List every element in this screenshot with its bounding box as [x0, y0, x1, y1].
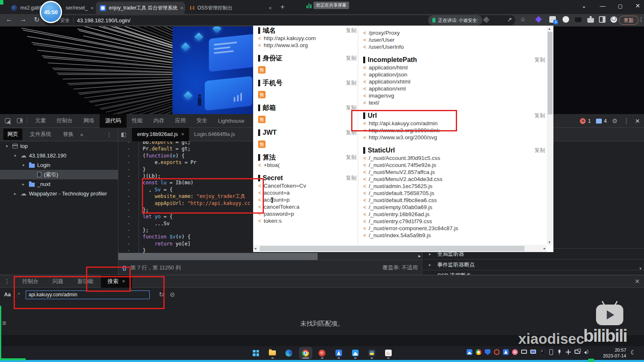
- copy-button[interactable]: 复制: [534, 147, 545, 154]
- scrollbar-thumb[interactable]: [260, 246, 524, 251]
- display2-tray-icon[interactable]: [530, 350, 536, 354]
- extracted-item[interactable]: <image/svg: [363, 92, 545, 99]
- extracted-item[interactable]: </_nuxt/admin.1ec75625.js: [363, 183, 545, 190]
- chrome-taskbar-icon[interactable]: [299, 347, 312, 359]
- debugger-section[interactable]: ▸CSP 违规断点: [422, 270, 644, 275]
- devtools-tab[interactable]: 应用: [170, 114, 191, 128]
- popup-horizontal-scrollbar[interactable]: ◂ ▸: [253, 245, 547, 252]
- copy-button[interactable]: 复制: [346, 174, 357, 182]
- snail-taskbar-icon[interactable]: [316, 347, 329, 359]
- clear-search-icon[interactable]: ⊘: [170, 291, 175, 298]
- drawer-menu-icon[interactable]: ⋮: [4, 278, 10, 285]
- explorer-taskbar-icon[interactable]: [266, 347, 279, 359]
- crosshair-tray-icon[interactable]: [565, 349, 571, 355]
- tree-item[interactable]: ▾☁43.198.182.190: [0, 151, 118, 160]
- devtools-tab[interactable]: Lighthouse: [213, 114, 250, 128]
- devtools-tab[interactable]: 网络: [78, 114, 100, 128]
- devtools-menu-icon[interactable]: ⋮: [623, 117, 630, 125]
- forward-button[interactable]: →: [20, 16, 26, 23]
- editor-tab-close-icon[interactable]: ×: [181, 131, 184, 137]
- copy-button[interactable]: 复制: [346, 154, 357, 161]
- navigator-divider[interactable]: [118, 128, 118, 275]
- copy-button[interactable]: 复制: [346, 55, 357, 62]
- copy-button[interactable]: 复制: [534, 56, 545, 64]
- expander-icon[interactable]: ▸: [429, 262, 433, 267]
- extracted-item[interactable]: </_nuxt/MenuV2.857affca.js: [363, 169, 545, 176]
- flower-tray-icon[interactable]: [512, 349, 518, 355]
- tab1-close-icon[interactable]: ×: [91, 5, 94, 11]
- microphone-tray-icon[interactable]: [556, 349, 562, 355]
- sources-nav-tab-overrides[interactable]: 替换: [59, 129, 78, 140]
- extracted-item[interactable]: <application/json: [363, 71, 545, 78]
- navigation-taskbar-icon[interactable]: [332, 347, 345, 359]
- devtools-tab[interactable]: 元素: [30, 114, 51, 128]
- browser-menu-chevron-icon[interactable]: ⌄: [582, 2, 587, 9]
- extracted-item[interactable]: </_nuxt/default.f9bc8ea6.css: [363, 197, 545, 204]
- scroll-down-icon[interactable]: ▾: [548, 240, 551, 244]
- scrollbar-thumb[interactable]: [118, 253, 318, 260]
- java-taskbar-icon[interactable]: ♨: [382, 347, 395, 359]
- copy-button[interactable]: 复制: [534, 112, 545, 119]
- extracted-item[interactable]: <application/html: [363, 64, 545, 71]
- extracted-item[interactable]: <password=p: [258, 210, 357, 217]
- expander-icon[interactable]: ▾: [22, 163, 26, 167]
- extracted-item[interactable]: <text/: [363, 99, 545, 106]
- shield-tray-icon[interactable]: [485, 349, 491, 355]
- scroll-left-icon[interactable]: ◂: [254, 246, 256, 250]
- issues-icon[interactable]: [596, 119, 602, 124]
- scroll-right-icon[interactable]: ▸: [418, 253, 421, 259]
- device-toolbar-icon[interactable]: [17, 118, 23, 123]
- scrollbar-thumb[interactable]: [548, 32, 553, 114]
- extracted-item[interactable]: <application/xhtml: [363, 78, 545, 85]
- more-tabs-icon[interactable]: »: [80, 131, 83, 138]
- extracted-item[interactable]: <http://www.w3.org: [258, 42, 357, 49]
- extracted-item[interactable]: <cancelToken:a: [258, 203, 357, 210]
- extracted-item[interactable]: </user/UserInfo: [363, 43, 545, 50]
- night-mode-icon[interactable]: ☾: [630, 349, 636, 356]
- devtools-tab[interactable]: 源代码: [100, 114, 127, 128]
- popup-vertical-scrollbar[interactable]: ▴ ▾: [547, 26, 553, 245]
- extracted-item[interactable]: </_nuxt/index.54a5a9b9.js: [363, 232, 545, 239]
- extracted-item[interactable]: <application/xml: [363, 85, 545, 92]
- edge-taskbar-icon[interactable]: [282, 347, 296, 359]
- window-maximize-button[interactable]: ▢: [618, 3, 622, 9]
- extracted-item[interactable]: </user/User: [363, 36, 545, 43]
- extracted-item[interactable]: <account=a: [258, 189, 357, 196]
- hat-extension-icon[interactable]: [575, 17, 582, 22]
- back-button[interactable]: ←: [6, 16, 12, 23]
- browser-menu-icon[interactable]: ⋮: [638, 16, 644, 23]
- network-tray-icon[interactable]: [575, 350, 580, 354]
- scroll-right-icon[interactable]: ▸: [543, 246, 546, 250]
- editor-tab-entry[interactable]: entry.16b926ad.js ×: [132, 128, 189, 141]
- sources-nav-tab-filesystem[interactable]: 文件系统: [26, 129, 55, 140]
- expander-icon[interactable]: ▾: [6, 144, 10, 148]
- extracted-item[interactable]: </_nuxt/default.75658705.js: [363, 190, 545, 197]
- extracted-item[interactable]: <CancelToken=Cv: [258, 182, 357, 189]
- copy-button[interactable]: 复制: [346, 79, 357, 87]
- devtools-tab[interactable]: 性能: [127, 114, 148, 128]
- lake-taskbar-icon[interactable]: [349, 347, 362, 359]
- toggle-navigator-icon[interactable]: ◧: [121, 131, 126, 138]
- tree-item[interactable]: ▾Login: [0, 160, 118, 170]
- error-count-icon[interactable]: ✕: [580, 118, 586, 124]
- volume-tray-icon[interactable]: [584, 349, 589, 355]
- tampermonkey-icon[interactable]: [563, 16, 569, 23]
- extracted-item[interactable]: </_nuxt/entry.16b926ad.js: [363, 211, 545, 218]
- reload-button[interactable]: ↻: [34, 16, 39, 24]
- editor-horizontal-scrollbar[interactable]: ▸: [118, 253, 422, 260]
- tab3-close-icon[interactable]: ×: [268, 5, 272, 11]
- inspect-element-icon[interactable]: [5, 118, 10, 124]
- drawer-close-icon[interactable]: ✕: [634, 278, 640, 285]
- sources-nav-tab-page[interactable]: 网页: [3, 129, 22, 140]
- devtools-close-icon[interactable]: ✕: [635, 118, 640, 124]
- window-close-button[interactable]: ✕: [635, 2, 640, 9]
- extracted-item[interactable]: </_nuxt/error-component.23c84c87.js: [363, 225, 545, 232]
- bookmark-star-icon[interactable]: ☆: [520, 16, 526, 23]
- python-taskbar-icon[interactable]: [365, 347, 378, 359]
- share-page-icon[interactable]: ↗: [507, 16, 512, 23]
- update-button[interactable]: 更新: [619, 16, 639, 25]
- expander-icon[interactable]: ▸: [22, 182, 26, 186]
- new-tab-button[interactable]: +: [280, 3, 285, 11]
- extracted-item[interactable]: <+btoa(: [258, 162, 357, 169]
- extracted-item[interactable]: <http://api.kakuyy.com: [258, 35, 357, 42]
